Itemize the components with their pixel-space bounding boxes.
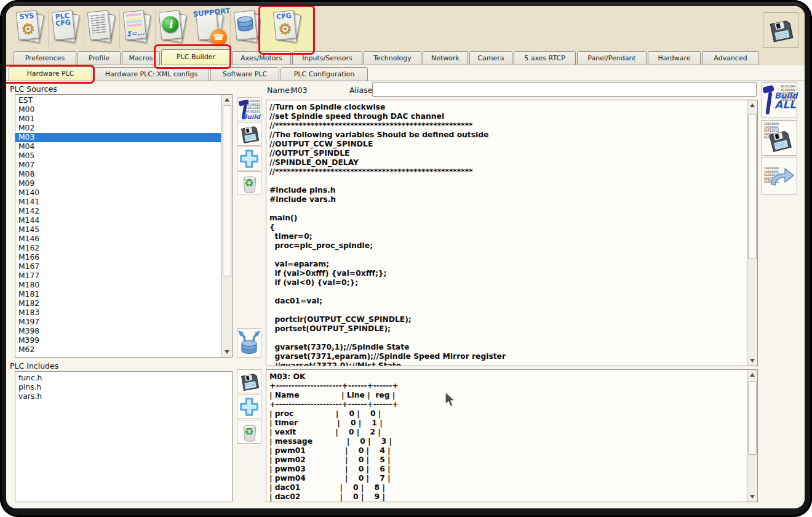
gear-icon: ⚙ — [274, 19, 296, 39]
text-lines-icon — [90, 14, 106, 34]
tab-panel-pendant[interactable]: Panel/Pendant — [577, 51, 647, 65]
plc-source-item[interactable]: M01 — [15, 114, 221, 124]
text-config-button[interactable] — [84, 7, 118, 52]
database-button[interactable] — [230, 7, 265, 52]
plc-source-item[interactable]: EST — [15, 96, 221, 105]
plc-source-item[interactable]: M399 — [15, 336, 221, 345]
subtab-software-plc[interactable]: Software PLC — [210, 67, 279, 81]
plc-sources-scrollbar[interactable] — [221, 95, 232, 357]
save-source-button[interactable] — [237, 122, 261, 146]
tab-hardware[interactable]: Hardware — [648, 51, 701, 65]
binary-text: 10101000 10100011 01011010 00101101 — [245, 100, 260, 113]
tab-macros[interactable]: Macros — [122, 51, 160, 65]
plc-sources-list[interactable]: EST M00 M01 M02 M03 M04 M05 M07 M08 M09 … — [15, 94, 233, 358]
add-include-button[interactable] — [237, 395, 261, 419]
code-editor-scrollbar[interactable] — [747, 100, 757, 366]
scroll-up-arrow[interactable] — [747, 100, 757, 110]
send-binary-button[interactable]: 10101000 10100001 01011010 00101101 0100… — [762, 158, 797, 194]
plc-source-item[interactable]: M181 — [15, 290, 221, 299]
plc-source-item[interactable]: M09 — [15, 179, 221, 188]
plc-includes-list[interactable]: func.h pins.h vars.h — [15, 371, 233, 502]
macro-list-button[interactable]: Σ=... — [119, 7, 154, 52]
scrollbar-thumb[interactable] — [748, 114, 757, 259]
build-output-panel: M03: OK +---------------------+------+--… — [266, 369, 758, 502]
plc-include-item[interactable]: vars.h — [15, 392, 232, 401]
plc-source-item[interactable]: M142 — [15, 207, 221, 216]
plc-source-item[interactable]: M04 — [15, 142, 221, 151]
plc-include-item[interactable]: pins.h — [15, 383, 232, 392]
plc-source-item[interactable]: M144 — [15, 216, 221, 225]
delete-include-button[interactable]: ♻ — [237, 420, 261, 444]
save-binary-button[interactable]: 10101000 10100001 01011010 00101101 0100… — [762, 120, 797, 156]
plc-source-item[interactable]: M177 — [15, 271, 221, 281]
plc-source-item[interactable]: M162 — [15, 244, 221, 253]
stripes-icon — [125, 13, 143, 30]
subtab-hardware-plc[interactable]: Hardware PLC — [9, 66, 92, 81]
plc-include-item[interactable]: func.h — [15, 374, 232, 383]
add-source-button[interactable] — [237, 146, 261, 170]
tab-preferences[interactable]: Preferences — [14, 51, 76, 65]
build-all-button[interactable]: 10101000 10100001 01011010 00101101 0100… — [762, 82, 797, 118]
name-label: Name: — [267, 86, 292, 95]
scroll-up-arrow[interactable] — [222, 95, 232, 105]
tab-plc-builder[interactable]: PLC Builder — [161, 49, 231, 65]
recycle-icon: ♻ — [237, 177, 261, 189]
subtab-plc-configuration[interactable]: PLC Configuration — [281, 67, 368, 81]
save-output-button[interactable] — [237, 369, 261, 393]
save-profile-button[interactable] — [763, 12, 798, 48]
plc-source-item[interactable]: M146 — [15, 234, 221, 244]
scroll-down-arrow[interactable] — [747, 492, 757, 502]
aliases-input[interactable] — [372, 82, 757, 97]
db-doc-icon — [234, 10, 258, 40]
subtab-hardware-plc-xml[interactable]: Hardware PLC: XML configs — [94, 67, 209, 81]
plc-source-item[interactable]: M398 — [15, 327, 221, 336]
main-tabbar: Preferences Profile Macros PLC Builder A… — [14, 49, 760, 65]
tab-profile[interactable]: Profile — [78, 51, 121, 65]
tab-advanced[interactable]: Advanced — [702, 51, 759, 65]
build-button[interactable]: 10101000 10100011 01011010 00101101 Buil… — [237, 97, 261, 121]
support-button[interactable]: SUPPORT ☎ — [192, 7, 226, 52]
plc-source-item[interactable]: M397 — [15, 318, 221, 327]
plc-code-editor[interactable]: //Turn on Spindle clockwise //set Spindl… — [266, 100, 758, 366]
plc-source-item[interactable]: M182 — [15, 299, 221, 308]
floppy-icon — [239, 123, 261, 145]
output-scrollbar[interactable] — [747, 370, 757, 502]
plc-source-item[interactable]: M02 — [15, 124, 221, 133]
plc-config-button[interactable]: PLC CFG — [48, 7, 82, 52]
plc-source-item-selected[interactable]: M03 — [15, 133, 221, 142]
upload-plc-button[interactable] — [237, 328, 261, 358]
tab-technology[interactable]: Technology — [364, 51, 421, 65]
plc-source-item[interactable]: M00 — [15, 105, 221, 114]
plc-source-item[interactable]: M05 — [15, 151, 221, 161]
plc-source-item[interactable]: M07 — [15, 161, 221, 170]
tab-5-axes-rtcp[interactable]: 5 axes RTCP — [514, 51, 576, 65]
tab-camera[interactable]: Camera — [469, 51, 512, 65]
scroll-down-arrow[interactable] — [222, 347, 232, 357]
sys-config-button[interactable]: SYS ⚙ — [12, 7, 47, 52]
floppy-icon — [239, 371, 261, 393]
info-button[interactable]: i — [155, 7, 189, 52]
plc-source-item[interactable]: M145 — [15, 225, 221, 234]
plus-icon — [237, 147, 261, 170]
tab-network[interactable]: Network — [423, 51, 468, 65]
plc-source-item[interactable]: M141 — [15, 198, 221, 207]
delete-source-button[interactable]: ♻ — [237, 171, 261, 195]
plus-icon — [237, 395, 261, 419]
scroll-down-arrow[interactable] — [747, 356, 757, 366]
gear-icon: ⚙ — [17, 19, 39, 39]
plc-source-item[interactable]: M166 — [15, 253, 221, 262]
scrollbar-thumb[interactable] — [223, 105, 231, 276]
sys-doc-icon: SYS ⚙ — [16, 10, 40, 40]
plc-source-item[interactable]: M167 — [15, 262, 221, 271]
plc-source-item[interactable]: M08 — [15, 170, 221, 179]
cfg-settings-button[interactable]: CFG ⚙ — [261, 7, 312, 52]
plc-source-item[interactable]: M62 — [15, 345, 221, 355]
plc-source-item[interactable]: M140 — [15, 188, 221, 198]
plc-source-item[interactable]: M183 — [15, 308, 221, 318]
scrollbar-thumb[interactable] — [748, 381, 757, 455]
plc-source-item[interactable]: M180 — [15, 281, 221, 290]
name-value: M03 — [291, 86, 308, 95]
scroll-up-arrow[interactable] — [747, 370, 757, 380]
tab-axes-motors[interactable]: Axes/Motors — [232, 51, 291, 65]
tab-inputs-sensors[interactable]: Inputs/Sensors — [292, 51, 362, 65]
